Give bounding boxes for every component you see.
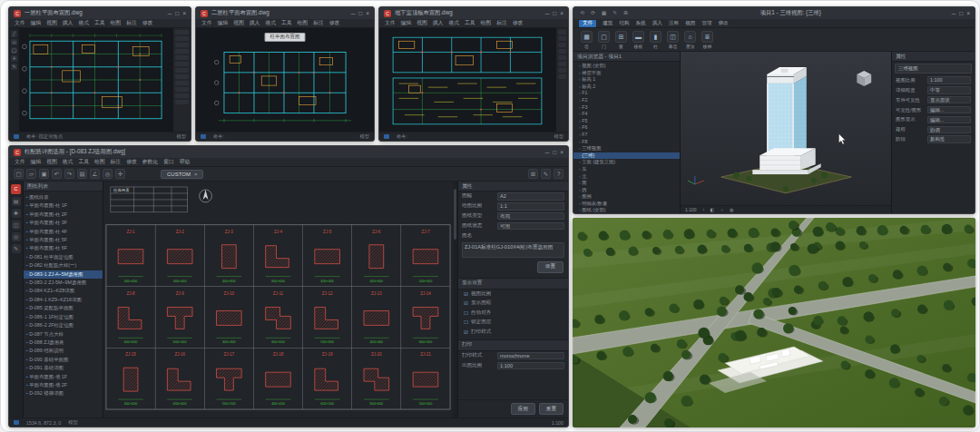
ribbon-tool[interactable]: ▮ 柱 [650,31,662,49]
property-value-field[interactable]: 布局 [497,212,564,221]
sheet-tree-item[interactable]: D-083-1 ZJ-A~5M选用图 [24,270,103,279]
detail-cell[interactable]: ZJ-3400×600 [204,225,253,287]
quick-tool-icon[interactable]: ✎ [611,9,619,17]
status-chip[interactable] [384,134,389,139]
ribbon-tool[interactable]: ≣ 楼梯 [701,31,713,49]
option-row[interactable]: ☐ 自动对齐 [458,309,568,318]
menu-item[interactable]: 绘图 [111,19,122,27]
checkbox-icon[interactable]: ☑ [464,329,468,335]
menu-item[interactable]: 绘图 [298,19,309,27]
menu-item[interactable]: 绘图 [481,19,492,27]
ribbon-tool[interactable]: ⊞ 窗 [615,31,627,49]
property-value-field[interactable]: 1:100 [927,76,971,84]
settings-button[interactable]: 设置 [537,261,564,273]
menu-item[interactable]: 修改 [126,158,137,166]
zoom-level[interactable]: 1:100 [552,420,564,426]
menu-item[interactable]: 工具 [465,19,475,27]
sheet-tree-item[interactable]: D-086-2 2F柱定位图 [24,321,103,329]
model-tab[interactable]: 模型 [176,133,186,140]
detail-cell[interactable]: ZJ-15400×600 [106,348,155,409]
menu-item[interactable]: 绘图 [94,158,105,166]
detail-cell[interactable]: ZJ-14600×500 [401,287,450,349]
model-tab[interactable]: 模型 [359,133,369,140]
status-chip[interactable] [201,134,206,139]
menu-item[interactable]: 修改 [329,19,340,27]
drawing-canvas[interactable] [19,28,172,132]
ribbon-tab[interactable]: 插入 [652,20,662,27]
detail-cell[interactable]: ZJ-4600×600 [253,225,302,287]
move-tool-icon[interactable]: ✛ [11,55,17,62]
menu-item[interactable]: 编辑 [218,19,229,27]
detail-cell[interactable]: ZJ-12500×600 [303,287,352,349]
ribbon-tool[interactable]: ◫ 幕墙 [667,31,679,49]
menu-item[interactable]: 工具 [281,19,292,27]
browser-item[interactable]: 立面 (建筑立面) [573,159,680,166]
layers-icon[interactable]: ▤ [12,197,21,206]
menu-item[interactable]: 插入 [63,19,74,27]
status-chip[interactable] [14,134,19,139]
minimize-button[interactable]: ─ [351,10,356,16]
ribbon-tab[interactable]: 管理 [701,20,711,27]
property-value-field[interactable]: 可用 [497,222,564,231]
view-scale[interactable]: 1:100 [685,207,697,212]
browser-item[interactable]: F5 [573,118,680,125]
view-cube[interactable] [857,71,871,86]
menu-item[interactable]: 插入 [250,19,260,27]
sheet-tree-item[interactable]: D-083-2 ZJ-5M~9M选用图 [24,279,103,287]
menu-item[interactable]: 视图 [416,19,427,27]
quick-tool-icon[interactable]: ▦ [600,9,608,17]
menu-item[interactable]: 标注 [313,19,324,27]
ribbon-tab[interactable]: 视图 [685,20,695,27]
checkbox-icon[interactable]: ☑ [464,300,468,306]
sheet-tree-item[interactable]: D-088 ZJ选用表 [24,339,103,347]
titlebar[interactable]: C 二层柱平面布置图.dwg ─ □ × [196,7,374,19]
menu-item[interactable]: 文件 [385,19,396,27]
quick-tool-icon[interactable]: ⟲ [578,9,586,17]
sheet-tree-item[interactable]: D-081 柱平面定位图 [24,253,103,261]
menu-item[interactable]: 编辑 [31,158,42,166]
detail-cell[interactable]: ZJ-17500×500 [204,348,253,409]
menu-item[interactable]: 编辑 [401,19,412,27]
browser-item[interactable]: 楼层平面 [573,70,680,77]
sheet-name-field[interactable]: ZJ-01A标准柱GJ-010X4(砼)布置选用图 [462,242,564,258]
window-site-render[interactable] [573,218,975,427]
command-line[interactable]: 命令: [213,133,224,140]
menu-item[interactable]: 工具 [78,158,89,166]
menu-item[interactable]: 格式 [78,19,89,27]
titlebar[interactable]: C 柱配筋详图选用 - [D-083 ZJ选用图.dwg] ─ □ × [9,146,568,158]
sheet-tree-item[interactable]: 平面布置图-墙 1F [24,373,103,381]
tool-icon[interactable]: ▣ [39,169,49,179]
menu-item[interactable]: 插入 [433,19,444,27]
menu-item[interactable]: 格式 [448,19,459,27]
menu-item[interactable]: 视图 [46,19,57,27]
tool-icon[interactable]: ▢ [14,169,24,179]
checkbox-icon[interactable]: ☐ [464,319,468,325]
sheet-tree-item[interactable]: 平面布置图-柱 1F [24,201,103,210]
quick-tool-icon[interactable]: ⟳ [589,9,597,17]
detail-cell[interactable]: ZJ-18400×400 [253,348,302,409]
browser-item[interactable]: 西 [573,187,680,194]
detail-cell[interactable]: ZJ-6400×600 [352,225,401,287]
menu-item[interactable]: 视图 [233,19,244,27]
sheet-tree-item[interactable]: 图纸目录 [24,193,103,201]
browser-item[interactable]: 标高 2 [573,83,680,91]
titlebar[interactable]: ⟲⟳▦✎⊞ 项目1 - 三维视图: {三维} ─ □ × [573,7,975,19]
drawing-canvas[interactable]: 柱平面布置图 [196,28,374,132]
sheet-tree-item[interactable]: 平面布置图-柱 4F [24,228,103,236]
sheet-tree-item[interactable]: D-089 结构说明 [24,347,103,355]
browser-item[interactable]: 东 [573,166,680,173]
option-row[interactable]: ☑ 打印样式 [458,327,568,336]
maximize-button[interactable]: □ [959,10,963,16]
sheet-tree-item[interactable]: D-091 基础详图 [24,364,103,372]
menu-item[interactable]: 编辑 [31,19,42,27]
property-value-field[interactable]: 编辑... [927,116,971,124]
sheet-tree-item[interactable]: 平面布置图-柱 3F [24,219,103,227]
maximize-button[interactable]: □ [553,149,556,155]
detail-cell[interactable]: ZJ-21500×500 [401,348,450,409]
option-row[interactable]: ☑ 显示图框 [458,299,568,308]
browser-item[interactable]: 明细表/数量 [573,201,680,208]
menu-item[interactable]: 格式 [265,19,276,27]
property-value-field[interactable]: 编辑... [927,106,971,114]
property-value-field[interactable]: monochrome [497,352,564,360]
menu-item[interactable]: 文件 [15,19,25,27]
